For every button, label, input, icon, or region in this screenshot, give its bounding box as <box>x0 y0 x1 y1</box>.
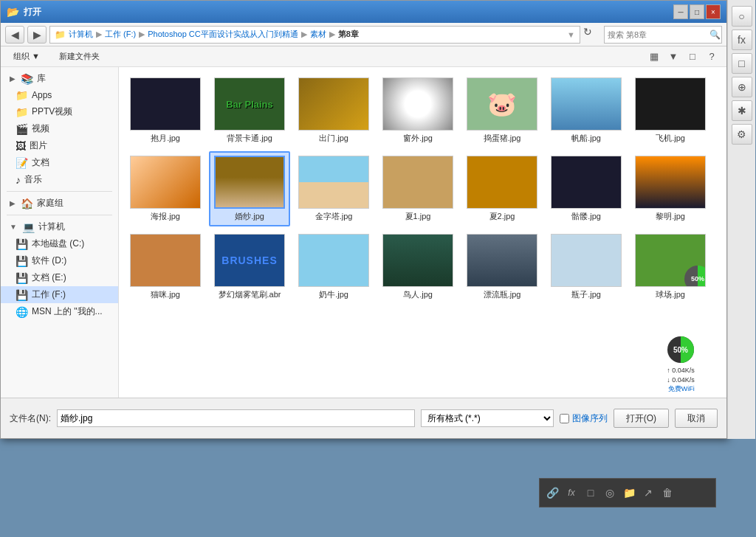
filetype-select[interactable]: 所有格式 (*.*) <box>421 409 554 427</box>
file-item-f6[interactable]: 帆船.jpg <box>546 73 627 148</box>
minimize-button[interactable]: ─ <box>673 4 688 19</box>
search-bar: 🔍 <box>604 26 722 44</box>
search-input[interactable] <box>608 30 709 39</box>
sidebar-item-homegroup[interactable]: ▶ 🏠 家庭组 <box>1 195 118 212</box>
panel-btn-5[interactable]: ✱ <box>732 100 752 121</box>
panel-btn-2[interactable]: fx <box>732 30 752 50</box>
organize-button[interactable]: 组织 ▼ <box>7 49 47 65</box>
file-name-f10: 金字塔.jpg <box>315 211 353 222</box>
maximize-button[interactable]: □ <box>690 4 704 19</box>
address-sep-2: ▶ <box>139 30 145 39</box>
db-circle-icon[interactable]: ◎ <box>602 485 618 501</box>
view-toggle-button[interactable]: ▦ <box>645 48 663 66</box>
file-grid-container: 抱月.jpgBar Plains背景卡通.jpg出门.jpg窗外.jpg🐷捣蛋猪… <box>119 67 726 398</box>
file-name-f4: 窗外.jpg <box>403 133 433 144</box>
file-item-f10[interactable]: 金字塔.jpg <box>293 151 374 226</box>
file-item-f11[interactable]: 夏1.jpg <box>377 151 458 226</box>
details-view-button[interactable]: ▼ <box>664 48 682 66</box>
db-adjust-icon[interactable]: □ <box>583 485 599 501</box>
file-name-f17: 奶牛.jpg <box>319 289 348 300</box>
file-item-f13[interactable]: 骷髅.jpg <box>546 151 627 226</box>
file-item-f18[interactable]: 鸟人.jpg <box>377 229 458 305</box>
file-name-f2: 背景卡通.jpg <box>227 133 272 144</box>
file-item-f16[interactable]: BRUSHES梦幻烟雾笔刷.abr <box>209 229 290 305</box>
window-view-button[interactable]: □ <box>684 48 701 66</box>
file-item-f12[interactable]: 夏2.jpg <box>461 151 543 226</box>
file-item-f1[interactable]: 抱月.jpg <box>125 73 206 148</box>
file-item-f14[interactable]: 黎明.jpg <box>630 151 711 226</box>
sidebar-item-library[interactable]: ▶ 📚 库 <box>1 70 118 87</box>
sidebar-item-msn[interactable]: 🌐 MSN 上的 "我的... <box>1 303 118 320</box>
file-name-f14: 黎明.jpg <box>656 211 685 222</box>
file-item-f20[interactable]: 瓶子.jpg <box>546 229 627 305</box>
search-icon[interactable]: 🔍 <box>709 30 721 40</box>
file-item-f7[interactable]: 飞机.jpg <box>630 73 711 148</box>
file-name-f21: 球场.jpg <box>656 289 685 300</box>
drive-d-icon: 💾 <box>16 255 28 267</box>
address-sep-1: ▶ <box>96 30 102 39</box>
file-item-f15[interactable]: 猫咪.jpg <box>125 229 206 305</box>
title-bar-left: 📂 打开 <box>7 6 41 18</box>
panel-btn-3[interactable]: □ <box>732 53 752 74</box>
open-button[interactable]: 打开(O) <box>614 409 669 428</box>
address-part-4: 素材 <box>310 29 326 40</box>
file-item-f19[interactable]: 漂流瓶.jpg <box>461 229 543 305</box>
file-item-f17[interactable]: 奶牛.jpg <box>293 229 374 305</box>
bottom-db-bar: 🔗 fx □ ◎ 📁 ↗ 🗑 <box>539 478 716 507</box>
sidebar-item-computer[interactable]: ▼ 💻 计算机 <box>1 218 118 235</box>
db-link-icon[interactable]: 🔗 <box>544 485 560 501</box>
file-name-f18: 鸟人.jpg <box>403 289 433 300</box>
panel-btn-6[interactable]: ⚙ <box>732 124 752 145</box>
address-toolbar: ◀ ▶ 📁 计算机 ▶ 工作 (F:) ▶ Photoshop CC平面设计实战… <box>1 23 726 46</box>
file-item-f2[interactable]: Bar Plains背景卡通.jpg <box>209 73 290 148</box>
sidebar-item-soft-d[interactable]: 💾 软件 (D:) <box>1 252 118 269</box>
sidebar-item-pictures[interactable]: 🖼 图片 <box>1 137 118 154</box>
sidebar-label-docs: 文档 <box>32 156 49 169</box>
file-thumbnail-f9 <box>214 156 285 209</box>
sidebar-item-video[interactable]: 🎬 视频 <box>1 120 118 137</box>
cancel-button[interactable]: 取消 <box>675 409 718 428</box>
refresh-button[interactable]: ↻ <box>583 26 601 44</box>
sidebar-item-local-c[interactable]: 💾 本地磁盘 (C:) <box>1 235 118 252</box>
sidebar-item-music[interactable]: ♪ 音乐 <box>1 171 118 188</box>
net-speed-overlay: 50% ↑ 0.04K/s ↓ 0.04K/s 免费WiFi <box>666 335 695 394</box>
close-button[interactable]: × <box>706 4 721 19</box>
file-item-f9[interactable]: 婚纱.jpg <box>209 151 290 226</box>
db-arrow-icon[interactable]: ↗ <box>640 485 656 501</box>
image-sequence-checkbox[interactable] <box>560 414 569 423</box>
sidebar-item-work-f[interactable]: 💾 工作 (F:) <box>1 286 118 303</box>
sidebar-item-pptv[interactable]: 📁 PPTV视频 <box>1 103 118 120</box>
sidebar-label-pptv: PPTV视频 <box>32 105 72 118</box>
address-part-2: 工作 (F:) <box>105 29 136 40</box>
pptv-icon: 📁 <box>16 106 28 118</box>
sidebar-item-docs-e[interactable]: 💾 文档 (E:) <box>1 269 118 286</box>
file-thumbnail-f18 <box>382 234 453 287</box>
file-thumbnail-f17 <box>298 234 369 287</box>
panel-btn-1[interactable]: ○ <box>732 6 752 27</box>
filename-input[interactable] <box>57 409 415 427</box>
panel-btn-4[interactable]: ⊕ <box>732 77 752 97</box>
file-item-f21[interactable]: 50%球场.jpg <box>630 229 711 305</box>
computer-icon: 💻 <box>22 221 35 233</box>
sidebar-item-docs[interactable]: 📝 文档 <box>1 154 118 171</box>
address-bar[interactable]: 📁 计算机 ▶ 工作 (F:) ▶ Photoshop CC平面设计实战从入门到… <box>49 26 580 44</box>
db-trash-icon[interactable]: 🗑 <box>659 485 676 501</box>
help-button[interactable]: ? <box>703 48 721 66</box>
address-sep-3: ▶ <box>301 30 307 39</box>
db-fx-icon[interactable]: fx <box>563 485 580 501</box>
file-item-f4[interactable]: 窗外.jpg <box>377 73 458 148</box>
db-folder-icon[interactable]: 📁 <box>621 485 637 501</box>
sidebar-label-pictures: 图片 <box>30 139 47 152</box>
forward-button[interactable]: ▶ <box>27 26 47 44</box>
sidebar-divider-2 <box>7 215 112 215</box>
file-item-f8[interactable]: 海报.jpg <box>125 151 206 226</box>
wifi-label: 免费WiFi <box>667 384 695 394</box>
file-thumbnail-f3 <box>298 77 369 131</box>
back-button[interactable]: ◀ <box>5 26 24 44</box>
new-folder-button[interactable]: 新建文件夹 <box>52 49 106 65</box>
file-item-f3[interactable]: 出门.jpg <box>293 73 374 148</box>
sidebar-item-apps[interactable]: 📁 Apps <box>1 87 118 103</box>
file-thumbnail-f19 <box>467 234 537 287</box>
file-item-f5[interactable]: 🐷捣蛋猪.jpg <box>461 73 543 148</box>
view-buttons: ▦ ▼ □ ? <box>645 48 721 66</box>
